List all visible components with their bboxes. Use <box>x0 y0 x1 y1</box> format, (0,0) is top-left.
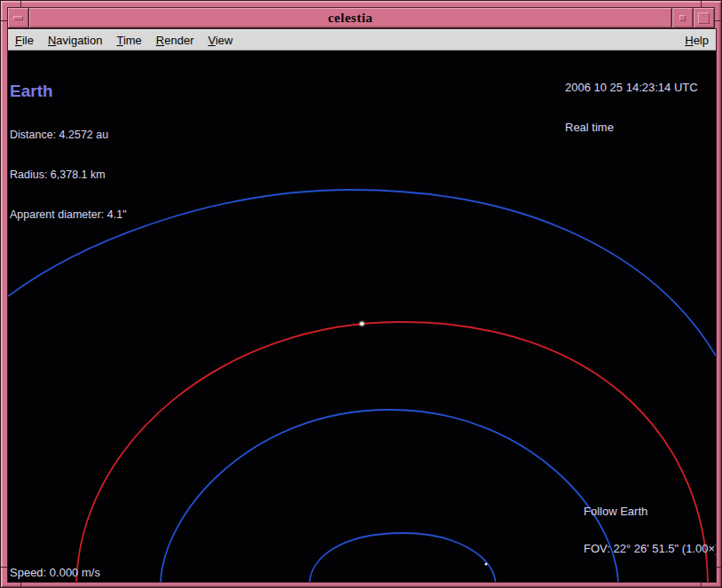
venus-orbit <box>161 410 618 582</box>
celestia-window: celestia File Navigation Time Render Vie… <box>0 0 722 588</box>
resize-corner-left-bottom[interactable] <box>1 567 7 568</box>
selection-name: Earth <box>10 82 127 100</box>
mercury-orbit <box>310 533 496 582</box>
time-info: 2006 10 25 14:23:14 UTC Real time <box>565 54 698 161</box>
window-menu-icon <box>13 16 23 20</box>
datetime-utc: 2006 10 25 14:23:14 UTC <box>565 81 698 94</box>
fov-readout: FOV: 22° 26' 51.5" (1.00×) <box>584 543 716 555</box>
maximize-button[interactable] <box>694 8 714 27</box>
menu-help[interactable]: Help <box>685 34 709 47</box>
inner-planet-marker[interactable] <box>485 563 488 566</box>
resize-corner-top-left[interactable] <box>20 1 21 7</box>
resize-corner-bottom-right[interactable] <box>701 581 702 587</box>
title-bar: celestia <box>7 7 715 28</box>
selection-info: Earth Distance: 4.2572 au Radius: 6,378.… <box>10 55 127 248</box>
earth-marker[interactable] <box>360 322 364 325</box>
resize-corner-left-top[interactable] <box>1 20 7 21</box>
menu-file[interactable]: File <box>15 34 34 47</box>
follow-mode: Follow Earth <box>584 506 716 518</box>
window-title[interactable]: celestia <box>29 8 671 27</box>
minimize-icon <box>679 15 686 21</box>
space-viewport[interactable]: Earth Distance: 4.2572 au Radius: 6,378.… <box>8 51 716 582</box>
selection-apparent-diameter: Apparent diameter: 4.1" <box>10 208 127 222</box>
minimize-button[interactable] <box>672 8 693 27</box>
resize-corner-right-top[interactable] <box>715 20 721 21</box>
client-area: File Navigation Time Render View Help Ea… <box>8 29 716 582</box>
resize-corner-top-right[interactable] <box>701 1 702 7</box>
menu-render[interactable]: Render <box>156 34 194 47</box>
menu-navigation[interactable]: Navigation <box>48 34 102 47</box>
resize-corner-bottom-left[interactable] <box>20 581 21 587</box>
menu-view[interactable]: View <box>208 34 232 47</box>
time-mode: Real time <box>565 121 698 134</box>
resize-corner-right-bottom[interactable] <box>715 567 721 568</box>
window-menu-button[interactable] <box>8 8 28 27</box>
menu-bar: File Navigation Time Render View Help <box>8 29 716 51</box>
selection-distance: Distance: 4.2572 au <box>10 129 127 142</box>
menu-time[interactable]: Time <box>116 34 141 47</box>
selection-radius: Radius: 6,378.1 km <box>10 169 127 182</box>
speed-readout: Speed: 0.000 m/s <box>10 566 100 579</box>
frame-info: Follow Earth FOV: 22° 26' 51.5" (1.00×) <box>584 481 716 580</box>
maximize-icon <box>698 12 710 24</box>
